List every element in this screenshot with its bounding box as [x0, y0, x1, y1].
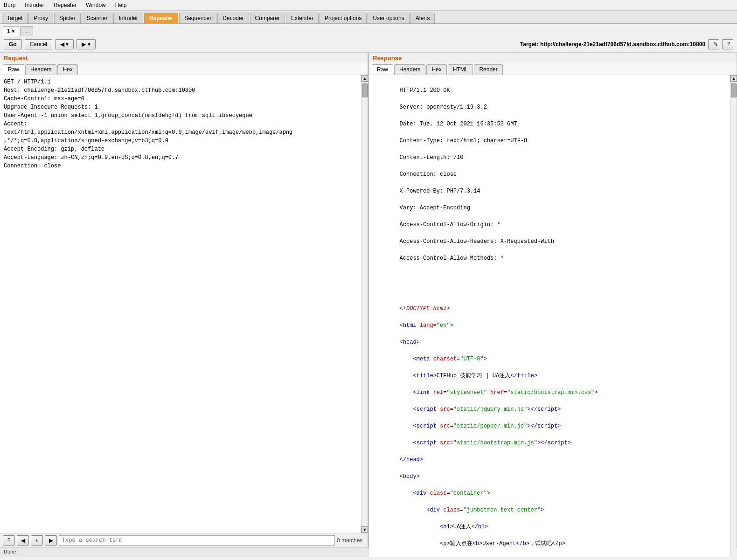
response-scroll-thumb[interactable] [731, 83, 737, 97]
resp-line-3: Date: Tue, 12 Oct 2021 16:35:53 GMT [400, 121, 517, 127]
resp-line-10: Access-Control-Allow-Headers: X-Requeste… [400, 238, 554, 245]
request-scroll-up[interactable]: ▲ [362, 75, 368, 82]
response-tab-html[interactable]: HTML [448, 64, 473, 75]
response-title: Response [369, 53, 737, 63]
menu-help[interactable]: Help [113, 1, 129, 9]
tab-intruder[interactable]: Intruder [113, 13, 143, 23]
request-tab-headers[interactable]: Headers [25, 64, 56, 75]
main-tab-bar: Target Proxy Spider Scanner Intruder Rep… [0, 11, 737, 24]
resp-script1: <script src="static/jquery.min.js"></scr… [400, 406, 561, 413]
resp-line-1: HTTP/1.1 200 OK [400, 87, 450, 94]
response-scroll-up[interactable]: ▲ [730, 75, 737, 82]
menu-bar: Burp Intruder Repeater Window Help [0, 0, 737, 11]
status-left: Done [4, 549, 16, 556]
request-title: Request [0, 53, 368, 63]
response-tab-render[interactable]: Render [474, 64, 502, 75]
tab-sequencer[interactable]: Sequencer [179, 13, 216, 23]
resp-head-open: <head> [400, 339, 420, 346]
menu-intruder[interactable]: Intruder [23, 1, 46, 9]
tab-proxy[interactable]: Proxy [28, 13, 53, 23]
tab-spider[interactable]: Spider [54, 13, 81, 23]
tab-extender[interactable]: Extender [286, 13, 319, 23]
menu-repeater[interactable]: Repeater [52, 1, 78, 9]
request-scroll-container: GET / HTTP/1.1 Host: challenge-21e21adf7… [0, 75, 368, 533]
help-button[interactable]: ? [722, 39, 733, 49]
resp-line-7: X-Powered-By: PHP/7.3.14 [400, 188, 480, 194]
resp-line-5: Content-Length: 710 [400, 154, 464, 161]
tab-user-options[interactable]: User options [368, 13, 409, 23]
forward-button[interactable]: ▶ ▾ [76, 39, 95, 49]
request-scrollbar[interactable]: ▲ ▼ [361, 75, 368, 533]
sub-tab-add[interactable]: ... [20, 26, 33, 36]
resp-body-open: <body> [400, 473, 420, 480]
cancel-button[interactable]: Cancel [25, 39, 52, 49]
resp-doctype: <!DOCTYPE html> [400, 305, 450, 312]
request-tab-hex[interactable]: Hex [57, 64, 77, 75]
resp-h1: <h1>UA注入</h1> [400, 524, 488, 530]
request-match-count: 0 matches [337, 537, 365, 544]
request-search-help[interactable]: ? [3, 535, 15, 546]
response-tab-headers[interactable]: Headers [394, 64, 425, 75]
resp-line-11: Access-Control-Allow-Methods: * [400, 255, 504, 262]
request-search-prev[interactable]: ◀ [17, 535, 29, 546]
resp-line-6: Connection: close [400, 171, 457, 178]
resp-script2: <script src="static/popper.min.js"></scr… [400, 423, 561, 429]
tab-target[interactable]: Target [2, 13, 28, 23]
tab-alerts[interactable]: Alerts [410, 13, 435, 23]
edit-target-button[interactable]: ✎ [708, 39, 719, 49]
resp-head-close: </head> [400, 456, 423, 463]
menu-window[interactable]: Window [84, 1, 108, 9]
tab-comparer[interactable]: Comparer [250, 13, 285, 23]
response-scrollbar[interactable]: ▲ ▼ [730, 75, 737, 557]
response-tab-hex[interactable]: Hex [426, 64, 446, 75]
resp-script3: <script src="static/bootstrap.min.js"></… [400, 440, 571, 446]
resp-title: <title>CTFHub 技能学习 | UA注入</title> [400, 373, 537, 379]
response-tab-bar: Raw Headers Hex HTML Render [369, 63, 737, 75]
response-tab-raw[interactable]: Raw [372, 64, 393, 75]
go-button[interactable]: Go [4, 39, 22, 49]
request-text-area[interactable]: GET / HTTP/1.1 Host: challenge-21e21adf7… [0, 75, 361, 533]
sub-tab-bar: 1 × ... [0, 24, 737, 36]
request-search-bar: ? ◀ + ▶ 0 matches [0, 533, 368, 547]
response-text-area: HTTP/1.1 200 OK Server: openresty/1.19.3… [369, 75, 730, 557]
resp-line-4: Content-Type: text/html; charset=UTF-8 [400, 138, 528, 144]
toolbar: Go Cancel ◀ ▾ ▶ ▾ Target: http://challen… [0, 36, 737, 53]
resp-p: <p>输入点在<b>User-Agent</b>，试试吧</p> [400, 540, 565, 547]
request-tab-raw[interactable]: Raw [3, 64, 24, 75]
sub-tab-1[interactable]: 1 × [3, 26, 19, 36]
response-panel: Response Raw Headers Hex HTML Render HTT… [369, 53, 737, 547]
resp-line-9: Access-Control-Allow-Origin: * [400, 221, 501, 228]
tab-decoder[interactable]: Decoder [217, 13, 249, 23]
request-search-input[interactable] [59, 535, 335, 546]
target-url: http://challenge-21e21adf706d57fd.sandbo… [540, 41, 705, 48]
response-scroll-container: HTTP/1.1 200 OK Server: openresty/1.19.3… [369, 75, 737, 557]
request-panel: Request Raw Headers Hex GET / HTTP/1.1 H… [0, 53, 369, 547]
request-search-next[interactable]: ▶ [45, 535, 57, 546]
target-prefix: Target: [520, 41, 540, 48]
tab-project-options[interactable]: Project options [320, 13, 367, 23]
resp-html-open: <html lang="en"> [400, 322, 453, 329]
resp-line-8: Vary: Accept-Encoding [400, 205, 470, 211]
request-search-add[interactable]: + [31, 535, 43, 546]
content-area: Request Raw Headers Hex GET / HTTP/1.1 H… [0, 53, 737, 547]
resp-div2: <div class="jumbotron text-center"> [400, 507, 544, 513]
resp-line-2: Server: openresty/1.19.3.2 [400, 104, 487, 111]
back-button[interactable]: ◀ ▾ [55, 39, 74, 49]
target-label: Target: http://challenge-21e21adf706d57f… [520, 41, 705, 48]
request-scroll-thumb[interactable] [362, 83, 368, 97]
resp-meta: <meta charset="UTF-8"> [400, 356, 487, 362]
menu-burp[interactable]: Burp [2, 1, 17, 9]
tab-scanner[interactable]: Scanner [82, 13, 113, 23]
tab-repeater[interactable]: Repeater [144, 13, 178, 23]
resp-div1: <div class="container"> [400, 490, 490, 497]
resp-link: <link rel="stylesheet" href="static/boot… [400, 389, 598, 396]
request-scroll-down[interactable]: ▼ [362, 526, 368, 533]
request-tab-bar: Raw Headers Hex [0, 63, 368, 75]
